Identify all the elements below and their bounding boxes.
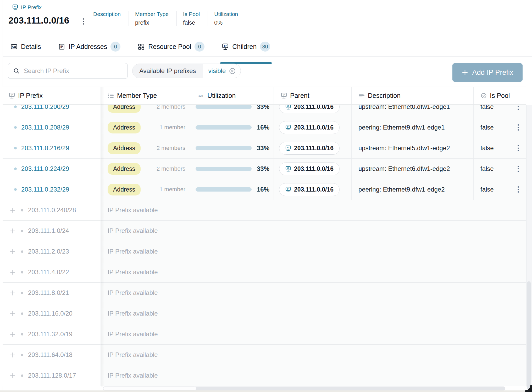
table-row[interactable]: 203.111.0.224/29 Address 2 members 33% 2… bbox=[3, 159, 526, 179]
member-type-badge: Address bbox=[108, 163, 141, 175]
add-child-prefix-icon[interactable] bbox=[9, 310, 16, 317]
description-cell: upstream: Ethernet6.dfw1-edge2 bbox=[351, 159, 473, 179]
horizontal-scrollbar-thumb[interactable] bbox=[103, 387, 196, 390]
member-type-badge: Address bbox=[108, 184, 141, 195]
column-header-description[interactable]: Description bbox=[351, 87, 473, 104]
prefix-link[interactable]: 203.111.0.216/29 bbox=[21, 144, 69, 152]
parent-pill[interactable]: 203.111.0.0/16 bbox=[279, 121, 340, 134]
prefix-link[interactable]: 203.111.0.208/29 bbox=[21, 124, 69, 131]
available-prefix-row[interactable]: 203.111.1.0/24 IP Prefix available bbox=[3, 221, 526, 241]
title-kebab-menu-icon[interactable] bbox=[79, 16, 88, 27]
utilization-percent: 33% bbox=[257, 144, 269, 152]
add-child-prefix-icon[interactable] bbox=[9, 289, 16, 296]
description-cell: upstream: Ethernet0.dfw1-edge1 bbox=[351, 105, 473, 117]
member-type-badge: Address bbox=[108, 122, 141, 133]
tab-resource-pool[interactable]: Resource Pool 0 bbox=[138, 37, 204, 57]
available-label: IP Prefix available bbox=[101, 283, 526, 303]
available-prefix-row[interactable]: 203.111.8.0/21 IP Prefix available bbox=[3, 283, 526, 303]
add-child-prefix-icon[interactable] bbox=[9, 227, 16, 234]
tab-ip-addresses[interactable]: IP IP Addresses 0 bbox=[58, 37, 120, 57]
search-input[interactable] bbox=[8, 63, 128, 79]
utilization-percent: 16% bbox=[257, 124, 269, 131]
tab-children[interactable]: Children 30 bbox=[222, 37, 270, 57]
prefix-link[interactable]: 203.111.0.232/29 bbox=[21, 186, 69, 193]
available-prefix: 203.111.16.0/20 bbox=[28, 310, 73, 317]
status-dot bbox=[21, 292, 23, 294]
status-dot bbox=[21, 374, 23, 377]
table-row[interactable]: 203.111.0.200/29 Address 2 members 33% 2… bbox=[3, 105, 526, 117]
column-label: Is Pool bbox=[490, 92, 510, 99]
filter-chip-value: visible bbox=[208, 67, 226, 75]
row-kebab-menu-icon[interactable] bbox=[516, 184, 521, 195]
remove-filter-icon[interactable] bbox=[229, 68, 236, 75]
parent-pill[interactable]: 203.111.0.0/16 bbox=[279, 105, 340, 113]
available-label: IP Prefix available bbox=[101, 303, 526, 324]
available-prefix: 203.111.32.0/19 bbox=[28, 331, 73, 338]
parent-prefix: 203.111.0.0/16 bbox=[294, 165, 334, 172]
meta-value: - bbox=[93, 19, 121, 26]
utilization-bar bbox=[196, 187, 252, 192]
column-header-is-pool[interactable]: Is Pool bbox=[473, 87, 510, 104]
table-row[interactable]: 203.111.0.232/29 Address 1 member 16% 20… bbox=[3, 179, 526, 200]
object-meta: Description - Member Type prefix Is Pool… bbox=[93, 11, 246, 26]
member-count: 2 members bbox=[157, 165, 185, 172]
breadcrumb[interactable]: IP Prefix bbox=[12, 4, 42, 10]
column-label: IP Prefix bbox=[18, 92, 43, 99]
available-prefix-row[interactable]: 203.111.4.0/22 IP Prefix available bbox=[3, 262, 526, 283]
ip-address-icon: IP bbox=[58, 43, 65, 50]
available-prefix-row[interactable]: 203.111.128.0/17 IP Prefix available bbox=[3, 365, 526, 386]
parent-pill[interactable]: 203.111.0.0/16 bbox=[279, 183, 340, 196]
row-kebab-menu-icon[interactable] bbox=[516, 143, 521, 153]
add-child-prefix-icon[interactable] bbox=[9, 269, 16, 276]
status-dot bbox=[21, 230, 23, 232]
available-prefix-row[interactable]: 203.111.16.0/20 IP Prefix available bbox=[3, 303, 526, 324]
status-dot bbox=[21, 333, 23, 335]
available-prefix-row[interactable]: 203.111.0.240/28 IP Prefix available bbox=[3, 200, 526, 221]
available-prefix-row[interactable]: 203.111.32.0/19 IP Prefix available bbox=[3, 324, 526, 345]
column-label: Utilization bbox=[207, 92, 236, 99]
tab-count-badge: 30 bbox=[260, 42, 270, 52]
clipped-row-region: 203.111.0.200/29 Address 2 members 33% 2… bbox=[3, 105, 526, 117]
description-cell: peering: Ethernet9.dfw1-edge1 bbox=[351, 117, 473, 138]
parent-pill[interactable]: 203.111.0.0/16 bbox=[279, 142, 340, 155]
member-type-badge: Address bbox=[108, 105, 141, 113]
vertical-scrollbar-thumb[interactable] bbox=[527, 281, 531, 390]
is-pool-cell: false bbox=[473, 159, 510, 179]
filter-chip-available-prefixes[interactable]: Available IP prefixes visible bbox=[132, 64, 241, 78]
add-child-prefix-icon[interactable] bbox=[9, 248, 16, 255]
ip-prefix-icon bbox=[9, 92, 15, 99]
page-title: 203.111.0.0/16 bbox=[8, 15, 69, 26]
column-header-member-type[interactable]: Member Type bbox=[101, 87, 190, 104]
add-child-prefix-icon[interactable] bbox=[9, 207, 16, 214]
available-prefix-row[interactable]: 203.111.64.0/18 IP Prefix available bbox=[3, 345, 526, 365]
meta-value: prefix bbox=[135, 19, 169, 26]
row-kebab-menu-icon[interactable] bbox=[516, 122, 521, 133]
available-label: IP Prefix available bbox=[101, 324, 526, 344]
meta-value: false bbox=[183, 19, 200, 26]
column-header-parent[interactable]: Parent bbox=[274, 87, 351, 104]
available-label: IP Prefix available bbox=[101, 221, 526, 241]
add-child-prefix-icon[interactable] bbox=[9, 351, 16, 359]
prefix-link[interactable]: 203.111.0.224/29 bbox=[21, 165, 69, 172]
row-kebab-menu-icon[interactable] bbox=[516, 105, 521, 112]
tab-details[interactable]: A Details bbox=[10, 37, 41, 57]
svg-text:123: 123 bbox=[198, 94, 203, 97]
row-kebab-menu-icon[interactable] bbox=[516, 164, 521, 174]
list-icon bbox=[108, 92, 114, 99]
ip-prefix-detail-page: IP Prefix 203.111.0.0/16 Description - M… bbox=[0, 0, 532, 392]
table-row[interactable]: 203.111.0.208/29 Address 1 member 16% 20… bbox=[3, 117, 526, 138]
add-child-prefix-icon[interactable] bbox=[9, 331, 16, 338]
available-label: IP Prefix available bbox=[101, 365, 526, 386]
parent-pill[interactable]: 203.111.0.0/16 bbox=[279, 163, 340, 175]
tab-bar-divider bbox=[3, 56, 532, 57]
add-ip-prefix-button[interactable]: Add IP Prefix bbox=[452, 63, 523, 82]
description-cell: peering: Ethernet9.dfw1-edge2 bbox=[351, 179, 473, 200]
search-icon bbox=[13, 68, 20, 74]
prefix-link[interactable]: 203.111.0.200/29 bbox=[21, 105, 69, 110]
table-row[interactable]: 203.111.0.216/29 Address 2 members 33% 2… bbox=[3, 138, 526, 159]
available-prefix: 203.111.4.0/22 bbox=[28, 268, 69, 276]
add-child-prefix-icon[interactable] bbox=[9, 372, 16, 379]
column-header-utilization[interactable]: 123 Utilization bbox=[190, 87, 274, 104]
column-header-ip-prefix[interactable]: IP Prefix bbox=[3, 87, 101, 104]
available-prefix-row[interactable]: 203.111.2.0/23 IP Prefix available bbox=[3, 241, 526, 262]
